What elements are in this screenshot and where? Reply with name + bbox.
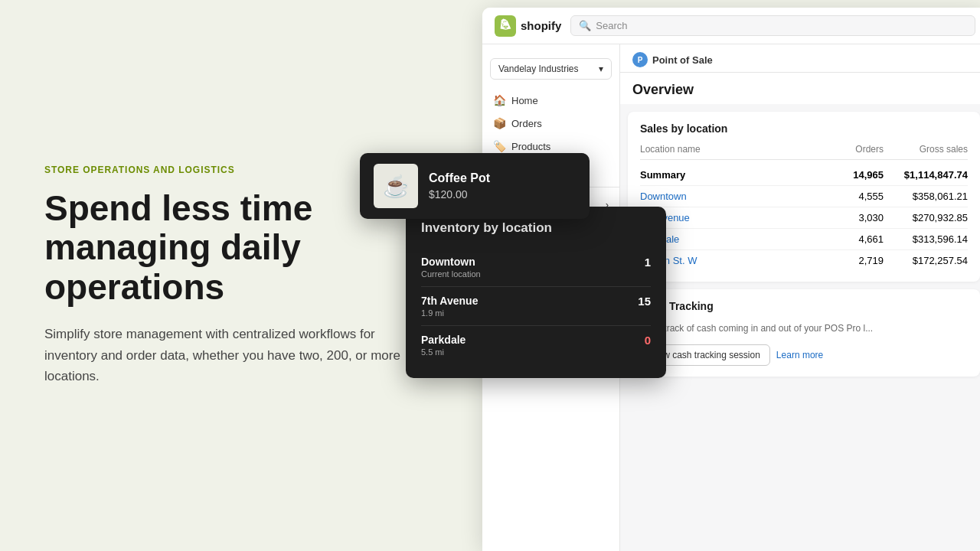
- table-row: 7th Avenue 3,030 $270,932.85: [640, 207, 968, 229]
- sidebar-item-orders[interactable]: 📦 Orders: [482, 112, 619, 135]
- inv-location-sub: 5.5 mi: [421, 347, 466, 357]
- home-icon: 🏠: [493, 94, 505, 106]
- col-location: Location name: [640, 144, 822, 155]
- table-row: Downtown 4,555 $358,061.21: [640, 186, 968, 207]
- product-info: Coffee Pot $120.00: [429, 171, 490, 201]
- coffee-pot-icon: ☕: [383, 174, 410, 199]
- search-icon: 🔍: [579, 20, 591, 31]
- inv-count-zero: 0: [645, 334, 651, 347]
- row-sales: $358,061.21: [884, 191, 968, 202]
- sales-section: Sales by location Location name Orders G…: [628, 112, 980, 282]
- 7th-avenue-link[interactable]: 7th Avenue: [640, 212, 822, 223]
- brand-name: shopify: [521, 19, 561, 32]
- subtext: Simplify store management with centraliz…: [44, 324, 427, 386]
- sidebar-orders-label: Orders: [511, 118, 542, 129]
- cash-title: Cash Tracking: [640, 300, 968, 312]
- main-content: P Point of Sale Overview Sales by locati…: [620, 44, 980, 551]
- product-name: Coffee Pot: [429, 171, 490, 185]
- row-orders: 4,661: [822, 233, 884, 245]
- col-sales: Gross sales: [884, 144, 968, 155]
- sidebar-products-label: Products: [511, 141, 550, 152]
- inv-count: 1: [645, 256, 651, 269]
- inv-location-name: Parkdale: [421, 334, 466, 346]
- search-bar[interactable]: 🔍 Search: [570, 15, 975, 36]
- inventory-row-parkdale: Parkdale 5.5 mi 0: [421, 326, 651, 364]
- row-orders: 2,719: [822, 255, 884, 266]
- inventory-card: Inventory by location Downtown Current l…: [406, 207, 666, 378]
- row-orders: 4,555: [822, 191, 884, 202]
- row-sales: $172,257.54: [884, 255, 968, 266]
- product-price: $120.00: [429, 188, 490, 201]
- table-row: Summary 14,965 $1,114,847.74: [640, 165, 968, 186]
- product-image: ☕: [374, 164, 418, 208]
- row-orders: 3,030: [822, 212, 884, 223]
- row-orders: 14,965: [822, 169, 884, 181]
- shopify-logo: shopify: [495, 15, 561, 37]
- row-sales: $270,932.85: [884, 212, 968, 223]
- pos-icon: P: [632, 52, 648, 67]
- inventory-row-7th-avenue: 7th Avenue 1.9 mi 15: [421, 287, 651, 326]
- inv-location-name: Downtown: [421, 256, 481, 268]
- top-bar: shopify 🔍 Search: [482, 8, 980, 44]
- inv-count: 15: [638, 295, 651, 308]
- table-header: Location name Orders Gross sales: [640, 144, 968, 160]
- sales-title: Sales by location: [640, 122, 968, 135]
- sidebar-item-home[interactable]: 🏠 Home: [482, 89, 619, 112]
- orders-icon: 📦: [493, 117, 505, 129]
- cash-section: Cash Tracking Keep track of cash coming …: [628, 289, 980, 377]
- sidebar-home-label: Home: [511, 95, 538, 106]
- parkdale-link[interactable]: Parkdale: [640, 233, 822, 245]
- pos-label: Point of Sale: [652, 54, 713, 66]
- row-sales: $1,114,847.74: [884, 169, 968, 181]
- store-name: Vandelay Industries: [498, 64, 579, 74]
- pos-header: P Point of Sale: [620, 44, 980, 73]
- downtown-link[interactable]: Downtown: [640, 191, 822, 202]
- product-card: ☕ Coffee Pot $120.00: [360, 153, 590, 219]
- queen-st-link[interactable]: Queen St. W: [640, 255, 822, 266]
- row-sales: $313,596.14: [884, 233, 968, 245]
- search-placeholder: Search: [596, 20, 627, 31]
- inv-location-sub: Current location: [421, 269, 481, 279]
- products-icon: 🏷️: [493, 140, 505, 152]
- store-selector[interactable]: Vandelay Industries ▾: [490, 58, 612, 80]
- table-row: Parkdale 4,661 $313,596.14: [640, 229, 968, 250]
- right-panel: shopify 🔍 Search Vandelay Industries ▾ 🏠…: [482, 0, 980, 551]
- cash-buttons: View cash tracking session Learn more: [640, 344, 968, 366]
- table-row: Queen St. W 2,719 $172,257.54: [640, 250, 968, 271]
- cash-description: Keep track of cash coming in and out of …: [640, 321, 968, 335]
- overview-label: Overview: [620, 73, 980, 104]
- chevron-down-icon: ▾: [599, 64, 603, 74]
- row-name: Summary: [640, 169, 822, 181]
- inventory-title: Inventory by location: [421, 220, 651, 236]
- inventory-row-downtown: Downtown Current location 1: [421, 248, 651, 287]
- shopify-icon: [495, 15, 516, 37]
- inv-location-sub: 1.9 mi: [421, 308, 478, 318]
- col-orders: Orders: [822, 144, 884, 155]
- inv-location-name: 7th Avenue: [421, 295, 478, 307]
- learn-more-button[interactable]: Learn more: [776, 350, 823, 360]
